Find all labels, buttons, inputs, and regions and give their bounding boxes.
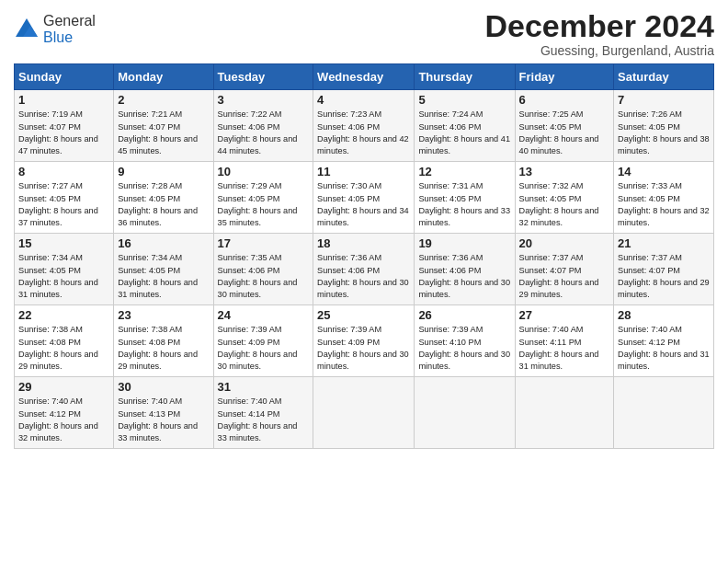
calendar-day-cell: 21 Sunrise: 7:37 AM Sunset: 4:07 PM Dayl… — [614, 234, 714, 305]
calendar-header-row: Sunday Monday Tuesday Wednesday Thursday… — [15, 64, 714, 90]
day-number: 24 — [218, 308, 310, 322]
calendar-week-row: 29 Sunrise: 7:40 AM Sunset: 4:12 PM Dayl… — [15, 377, 714, 449]
title-area: December 2024 Guessing, Burgenland, Aust… — [484, 9, 714, 58]
calendar-day-cell — [515, 377, 614, 449]
calendar-week-row: 22 Sunrise: 7:38 AM Sunset: 4:08 PM Dayl… — [15, 305, 714, 377]
calendar-day-cell — [313, 377, 415, 449]
day-info: Sunrise: 7:36 AM Sunset: 4:06 PM Dayligh… — [317, 252, 410, 301]
day-number: 6 — [519, 93, 610, 107]
day-info: Sunrise: 7:39 AM Sunset: 4:09 PM Dayligh… — [218, 324, 310, 373]
day-number: 21 — [618, 236, 710, 250]
day-info: Sunrise: 7:22 AM Sunset: 4:06 PM Dayligh… — [218, 109, 310, 157]
day-number: 25 — [317, 308, 410, 322]
calendar-day-cell: 30 Sunrise: 7:40 AM Sunset: 4:13 PM Dayl… — [114, 377, 213, 449]
day-info: Sunrise: 7:27 AM Sunset: 4:05 PM Dayligh… — [18, 180, 109, 229]
calendar-day-cell: 22 Sunrise: 7:38 AM Sunset: 4:08 PM Dayl… — [15, 305, 114, 377]
day-number: 12 — [418, 165, 510, 178]
day-number: 30 — [118, 380, 209, 394]
calendar-day-cell: 29 Sunrise: 7:40 AM Sunset: 4:12 PM Dayl… — [15, 377, 114, 449]
day-info: Sunrise: 7:31 AM Sunset: 4:05 PM Dayligh… — [418, 180, 510, 229]
day-info: Sunrise: 7:28 AM Sunset: 4:05 PM Dayligh… — [118, 180, 209, 229]
calendar-day-cell: 9 Sunrise: 7:28 AM Sunset: 4:05 PM Dayli… — [114, 162, 213, 234]
day-info: Sunrise: 7:40 AM Sunset: 4:12 PM Dayligh… — [618, 324, 710, 373]
day-number: 13 — [519, 165, 610, 178]
day-info: Sunrise: 7:30 AM Sunset: 4:05 PM Dayligh… — [317, 180, 410, 229]
calendar-day-cell: 4 Sunrise: 7:23 AM Sunset: 4:06 PM Dayli… — [313, 90, 415, 162]
day-number: 28 — [618, 308, 710, 322]
calendar-day-cell: 8 Sunrise: 7:27 AM Sunset: 4:05 PM Dayli… — [15, 162, 114, 234]
day-info: Sunrise: 7:26 AM Sunset: 4:05 PM Dayligh… — [618, 109, 710, 157]
day-info: Sunrise: 7:29 AM Sunset: 4:05 PM Dayligh… — [218, 180, 310, 229]
day-number: 18 — [317, 236, 410, 250]
calendar-day-cell — [415, 377, 515, 449]
day-info: Sunrise: 7:38 AM Sunset: 4:08 PM Dayligh… — [118, 324, 209, 373]
day-number: 10 — [218, 165, 310, 178]
calendar-day-cell: 2 Sunrise: 7:21 AM Sunset: 4:07 PM Dayli… — [114, 90, 213, 162]
day-number: 15 — [18, 236, 109, 250]
day-info: Sunrise: 7:34 AM Sunset: 4:05 PM Dayligh… — [18, 252, 109, 301]
page-container: General Blue December 2024 Guessing, Bur… — [0, 0, 728, 458]
day-info: Sunrise: 7:40 AM Sunset: 4:12 PM Dayligh… — [18, 396, 109, 444]
calendar-day-cell: 13 Sunrise: 7:32 AM Sunset: 4:05 PM Dayl… — [515, 162, 614, 234]
day-number: 31 — [218, 380, 310, 394]
calendar-table: Sunday Monday Tuesday Wednesday Thursday… — [14, 63, 714, 449]
calendar-week-row: 15 Sunrise: 7:34 AM Sunset: 4:05 PM Dayl… — [15, 234, 714, 305]
month-title: December 2024 — [484, 9, 714, 43]
day-info: Sunrise: 7:40 AM Sunset: 4:11 PM Dayligh… — [519, 324, 610, 373]
calendar-day-cell: 26 Sunrise: 7:39 AM Sunset: 4:10 PM Dayl… — [415, 305, 515, 377]
calendar-day-cell: 3 Sunrise: 7:22 AM Sunset: 4:06 PM Dayli… — [213, 90, 313, 162]
calendar-day-cell: 7 Sunrise: 7:26 AM Sunset: 4:05 PM Dayli… — [614, 90, 714, 162]
col-monday: Monday — [114, 64, 213, 90]
calendar-day-cell: 1 Sunrise: 7:19 AM Sunset: 4:07 PM Dayli… — [15, 90, 114, 162]
col-friday: Friday — [515, 64, 614, 90]
day-info: Sunrise: 7:25 AM Sunset: 4:05 PM Dayligh… — [519, 109, 610, 157]
col-thursday: Thursday — [415, 64, 515, 90]
day-number: 23 — [118, 308, 209, 322]
location-subtitle: Guessing, Burgenland, Austria — [484, 43, 714, 58]
day-info: Sunrise: 7:33 AM Sunset: 4:05 PM Dayligh… — [618, 180, 710, 229]
calendar-week-row: 8 Sunrise: 7:27 AM Sunset: 4:05 PM Dayli… — [15, 162, 714, 234]
calendar-day-cell: 5 Sunrise: 7:24 AM Sunset: 4:06 PM Dayli… — [415, 90, 515, 162]
logo: General Blue — [14, 13, 96, 46]
calendar-day-cell: 6 Sunrise: 7:25 AM Sunset: 4:05 PM Dayli… — [515, 90, 614, 162]
day-info: Sunrise: 7:40 AM Sunset: 4:14 PM Dayligh… — [218, 396, 310, 444]
day-info: Sunrise: 7:34 AM Sunset: 4:05 PM Dayligh… — [118, 252, 209, 301]
calendar-day-cell: 11 Sunrise: 7:30 AM Sunset: 4:05 PM Dayl… — [313, 162, 415, 234]
calendar-day-cell: 31 Sunrise: 7:40 AM Sunset: 4:14 PM Dayl… — [213, 377, 313, 449]
logo-general-text: General — [43, 13, 96, 29]
calendar-day-cell: 15 Sunrise: 7:34 AM Sunset: 4:05 PM Dayl… — [15, 234, 114, 305]
day-number: 20 — [519, 236, 610, 250]
col-tuesday: Tuesday — [213, 64, 313, 90]
day-number: 2 — [118, 93, 209, 107]
day-info: Sunrise: 7:37 AM Sunset: 4:07 PM Dayligh… — [519, 252, 610, 301]
calendar-day-cell: 10 Sunrise: 7:29 AM Sunset: 4:05 PM Dayl… — [213, 162, 313, 234]
day-number: 1 — [18, 93, 109, 107]
day-info: Sunrise: 7:39 AM Sunset: 4:09 PM Dayligh… — [317, 324, 410, 373]
day-number: 8 — [18, 165, 109, 178]
day-number: 4 — [317, 93, 410, 107]
day-info: Sunrise: 7:21 AM Sunset: 4:07 PM Dayligh… — [118, 109, 209, 157]
day-info: Sunrise: 7:23 AM Sunset: 4:06 PM Dayligh… — [317, 109, 410, 157]
day-info: Sunrise: 7:24 AM Sunset: 4:06 PM Dayligh… — [418, 109, 510, 157]
calendar-day-cell: 14 Sunrise: 7:33 AM Sunset: 4:05 PM Dayl… — [614, 162, 714, 234]
day-number: 26 — [418, 308, 510, 322]
day-info: Sunrise: 7:32 AM Sunset: 4:05 PM Dayligh… — [519, 180, 610, 229]
day-number: 5 — [418, 93, 510, 107]
day-number: 22 — [18, 308, 109, 322]
calendar-day-cell: 20 Sunrise: 7:37 AM Sunset: 4:07 PM Dayl… — [515, 234, 614, 305]
day-number: 11 — [317, 165, 410, 178]
col-saturday: Saturday — [614, 64, 714, 90]
calendar-day-cell: 25 Sunrise: 7:39 AM Sunset: 4:09 PM Dayl… — [313, 305, 415, 377]
logo-icon — [14, 17, 40, 42]
calendar-day-cell: 24 Sunrise: 7:39 AM Sunset: 4:09 PM Dayl… — [213, 305, 313, 377]
day-info: Sunrise: 7:19 AM Sunset: 4:07 PM Dayligh… — [18, 109, 109, 157]
day-number: 27 — [519, 308, 610, 322]
calendar-day-cell: 28 Sunrise: 7:40 AM Sunset: 4:12 PM Dayl… — [614, 305, 714, 377]
day-info: Sunrise: 7:36 AM Sunset: 4:06 PM Dayligh… — [418, 252, 510, 301]
col-sunday: Sunday — [15, 64, 114, 90]
header: General Blue December 2024 Guessing, Bur… — [14, 9, 714, 58]
day-info: Sunrise: 7:38 AM Sunset: 4:08 PM Dayligh… — [18, 324, 109, 373]
day-number: 14 — [618, 165, 710, 178]
calendar-day-cell: 12 Sunrise: 7:31 AM Sunset: 4:05 PM Dayl… — [415, 162, 515, 234]
day-number: 17 — [218, 236, 310, 250]
